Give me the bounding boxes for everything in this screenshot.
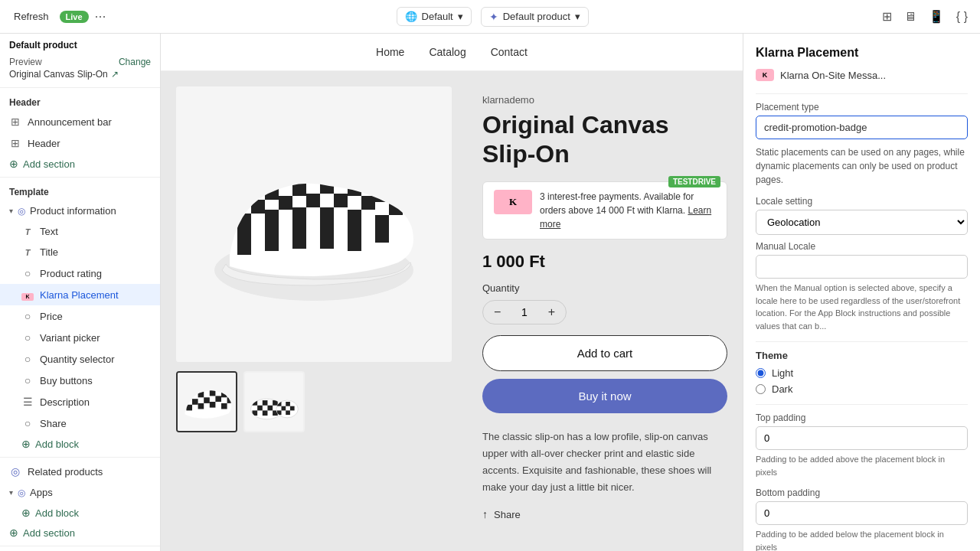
quantity-increase-button[interactable]: + xyxy=(548,305,555,319)
sidebar-item-product-rating[interactable]: ○ Product rating xyxy=(0,262,160,284)
plus-icon-2: ⊕ xyxy=(21,438,31,450)
add-section-button-mid[interactable]: ⊕ Add section xyxy=(0,523,160,543)
store-selector[interactable]: 🌐 Default ▾ xyxy=(397,7,472,26)
add-section-button-top[interactable]: ⊕ Add section xyxy=(0,154,160,174)
circle-icon: ◎ xyxy=(18,206,25,217)
theme-section: Light Dark xyxy=(756,367,968,395)
globe-icon: 🌐 xyxy=(405,11,417,22)
thumb-1[interactable] xyxy=(176,371,237,432)
svg-rect-25 xyxy=(375,229,389,243)
add-to-cart-button[interactable]: Add to cart xyxy=(482,335,727,371)
theme-label: Theme xyxy=(756,350,968,361)
buy-now-button[interactable]: Buy it now xyxy=(482,379,727,413)
related-products-label: Related products xyxy=(28,466,151,478)
grid-icon-2: ⊞ xyxy=(9,137,21,149)
product-info-children: T Text T Title ○ Product rating K Klarna… xyxy=(0,221,160,434)
top-padding-input[interactable] xyxy=(756,426,968,450)
thumbnail-row xyxy=(176,371,452,432)
plus-icon-1: ⊕ xyxy=(9,158,18,170)
svg-rect-60 xyxy=(290,406,295,411)
circle-icon-share: ○ xyxy=(21,417,34,429)
theme-dark-radio[interactable] xyxy=(756,384,766,394)
sidebar-item-klarna-placement[interactable]: K Klarna Placement xyxy=(0,284,160,305)
svg-rect-50 xyxy=(257,406,263,411)
desktop-icon[interactable]: 🖥 xyxy=(901,7,920,27)
product-title: Original Canvas Slip-On xyxy=(482,110,727,169)
product-info-header[interactable]: ▾ ◎ Product information xyxy=(0,201,160,221)
klarna-icon: K xyxy=(21,289,34,301)
topbar-center: 🌐 Default ▾ ✦ Default product ▾ xyxy=(397,7,589,27)
panel-divider-1 xyxy=(756,93,968,94)
sidebar-item-announcement-bar[interactable]: ⊞ Announcement bar xyxy=(0,111,160,132)
sidebar-item-share[interactable]: ○ Share xyxy=(0,412,160,434)
panel-divider-3 xyxy=(756,404,968,405)
brand-name: Klarna On-Site Messa... xyxy=(780,70,886,81)
manual-locale-label: Manual Locale xyxy=(756,241,968,252)
top-padding-hint: Padding to be added above the placement … xyxy=(756,453,968,478)
circle-icon-price: ○ xyxy=(21,310,34,322)
title-label: Title xyxy=(40,246,151,258)
product-selector[interactable]: ✦ Default product ▾ xyxy=(481,7,589,27)
topbar-left: Refresh Live ··· xyxy=(9,8,106,25)
svg-rect-18 xyxy=(348,210,361,223)
nav-home-link[interactable]: Home xyxy=(376,46,404,58)
external-link-icon: ↗ xyxy=(111,69,119,80)
svg-rect-36 xyxy=(192,399,198,405)
store-label: Default xyxy=(422,11,453,22)
sidebar-item-variant-picker[interactable]: ○ Variant picker xyxy=(0,327,160,348)
sidebar-item-header[interactable]: ⊞ Header xyxy=(0,132,160,154)
nav-catalog-link[interactable]: Catalog xyxy=(429,46,466,58)
product-description: The classic slip-on has a low profile, s… xyxy=(482,429,727,496)
product-price: 1 000 Ft xyxy=(482,252,727,272)
divider-3 xyxy=(0,457,160,458)
bottom-padding-hint: Padding to be added below the placement … xyxy=(756,528,968,551)
locale-setting-select[interactable]: Geolocation Manual xyxy=(756,210,968,235)
thumb-2[interactable] xyxy=(243,371,305,432)
quantity-decrease-button[interactable]: − xyxy=(494,305,501,319)
sidebar-item-price[interactable]: ○ Price xyxy=(0,305,160,327)
header-section-label: Header xyxy=(0,91,160,111)
more-options-button[interactable]: ··· xyxy=(95,8,106,24)
share-row[interactable]: ↑ Share xyxy=(482,508,727,520)
klarna-logo: K xyxy=(494,190,532,214)
toggle-icon: ▾ xyxy=(9,207,13,215)
divider-1 xyxy=(0,87,160,88)
sidebar-item-buy-buttons[interactable]: ○ Buy buttons xyxy=(0,370,160,391)
grid-small-icon[interactable]: ⊞ xyxy=(879,6,895,27)
manual-locale-input[interactable] xyxy=(756,255,968,279)
bottom-padding-input[interactable] xyxy=(756,501,968,525)
product-details: klarnademo Original Canvas Slip-On K 3 i… xyxy=(482,86,727,536)
divider-4 xyxy=(0,546,160,546)
grid-icon: ⊞ xyxy=(9,116,21,128)
testdrive-badge: TESTDRIVE xyxy=(668,176,720,187)
refresh-button[interactable]: Refresh xyxy=(9,8,54,25)
add-block-button[interactable]: ⊕ Add block xyxy=(0,434,160,454)
sidebar-item-title[interactable]: T Title xyxy=(0,242,160,262)
code-icon[interactable]: { } xyxy=(953,7,971,27)
klarna-banner: K 3 interest-free payments. Available fo… xyxy=(482,181,727,240)
text-label: Text xyxy=(40,226,151,237)
circle-icon-related: ◎ xyxy=(9,465,21,478)
svg-rect-20 xyxy=(237,227,251,241)
svg-rect-11 xyxy=(334,194,348,207)
sidebar-item-description[interactable]: ☰ Description xyxy=(0,391,160,412)
buy-buttons-label: Buy buttons xyxy=(40,375,151,386)
mobile-icon[interactable]: 📱 xyxy=(926,6,947,27)
panel-title: Klarna Placement xyxy=(756,46,968,60)
sidebar-item-quantity-selector[interactable]: ○ Quantity selector xyxy=(0,348,160,370)
theme-light-radio[interactable] xyxy=(756,368,766,378)
svg-rect-22 xyxy=(292,221,306,235)
svg-rect-21 xyxy=(265,223,279,237)
placement-type-input[interactable] xyxy=(756,116,968,139)
sidebar-item-text[interactable]: T Text xyxy=(0,221,160,242)
change-preview-button[interactable]: Change xyxy=(119,57,151,67)
sidebar-item-related-products[interactable]: ◎ Related products xyxy=(0,461,160,482)
share-icon: ↑ xyxy=(482,508,488,520)
theme-dark-label: Dark xyxy=(772,383,792,395)
variant-picker-label: Variant picker xyxy=(40,332,151,344)
add-block-apps-button[interactable]: ⊕ Add block xyxy=(0,503,160,523)
nav-contact-link[interactable]: Contact xyxy=(491,46,528,58)
list-icon-desc: ☰ xyxy=(21,396,34,408)
apps-label: Apps xyxy=(30,487,53,498)
apps-header[interactable]: ▾ ◎ Apps xyxy=(0,482,160,503)
